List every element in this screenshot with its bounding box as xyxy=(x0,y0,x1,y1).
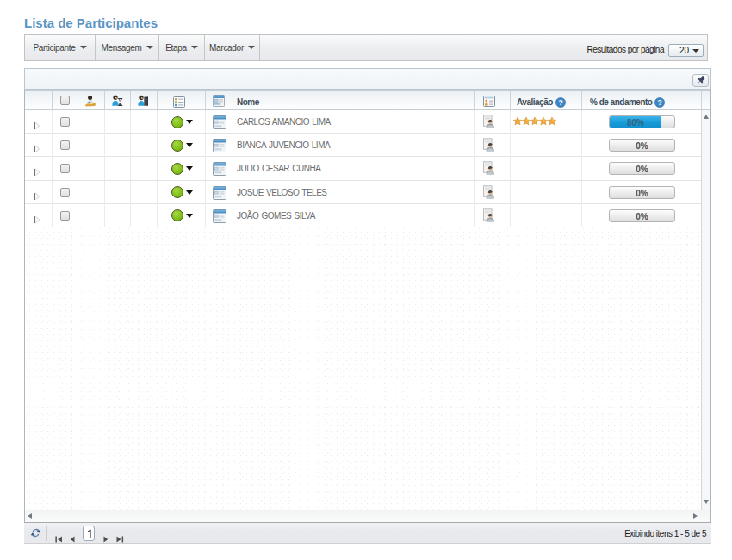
svg-text:?: ? xyxy=(558,98,562,107)
svg-text:?: ? xyxy=(657,98,661,107)
